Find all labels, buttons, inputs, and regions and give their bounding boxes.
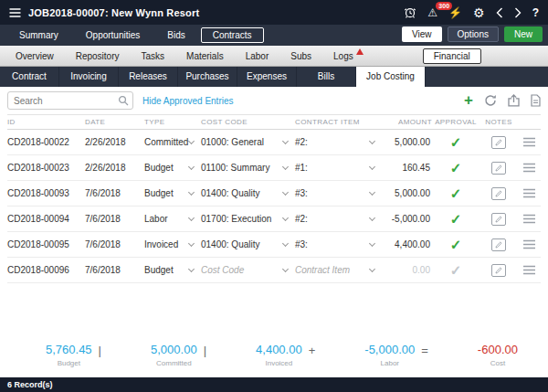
alerts-warning-icon[interactable]: ⚠ 300: [427, 7, 437, 18]
cost-code-dropdown[interactable]: 01400: Quality: [201, 232, 295, 257]
approval-check-icon[interactable]: ✓: [450, 262, 462, 278]
refresh-icon[interactable]: [484, 94, 497, 107]
financial-tab[interactable]: Expenses: [237, 67, 297, 87]
type-dropdown[interactable]: Invoiced: [144, 232, 201, 257]
approval-check-icon[interactable]: ✓: [450, 237, 462, 252]
summary-item: -5,000.00 Labor =: [364, 343, 428, 367]
contract-item-dropdown[interactable]: #3:: [295, 232, 382, 257]
type-dropdown[interactable]: Budget: [144, 181, 201, 206]
type-value: Labor: [144, 214, 168, 224]
main-tab[interactable]: Opportunities: [74, 27, 152, 43]
contract-item-dropdown[interactable]: Contract Item: [295, 258, 382, 282]
notes-icon[interactable]: [491, 213, 506, 226]
type-dropdown[interactable]: Labor: [144, 207, 201, 231]
chevron-down-icon: [282, 137, 289, 143]
col-type[interactable]: TYPE: [144, 118, 201, 126]
export-icon[interactable]: [508, 94, 520, 107]
cost-code-dropdown[interactable]: 01100: Summary: [201, 155, 295, 180]
row-amount: 160.45: [382, 163, 432, 173]
col-notes[interactable]: NOTES: [480, 118, 518, 126]
module-tab[interactable]: Logs: [322, 48, 364, 64]
cost-code-dropdown[interactable]: 01700: Execution: [201, 207, 295, 231]
menu-icon[interactable]: [9, 5, 21, 21]
chevron-down-icon: [282, 188, 289, 195]
type-dropdown[interactable]: Budget: [144, 155, 201, 180]
main-tab[interactable]: Summary: [7, 27, 70, 43]
table-row[interactable]: CD2018-00022 2/26/2018 Committed 01000: …: [7, 130, 541, 155]
row-id: CD2018-00096: [7, 265, 85, 275]
row-menu-icon[interactable]: [518, 239, 541, 250]
financial-tab[interactable]: Releases: [119, 67, 178, 87]
module-tab[interactable]: Subs: [279, 48, 322, 64]
col-cost-code[interactable]: COST CODE: [201, 118, 295, 126]
table-row[interactable]: CD2018-00023 2/26/2018 Budget 01100: Sum…: [7, 155, 541, 181]
module-tab[interactable]: Financial: [423, 48, 481, 64]
main-tab[interactable]: Bids: [155, 27, 196, 43]
approval-check-icon[interactable]: ✓: [450, 134, 462, 150]
chevron-right-icon[interactable]: [514, 7, 522, 18]
cost-code-dropdown[interactable]: 01400: Quality: [201, 181, 295, 206]
type-dropdown[interactable]: Committed: [144, 130, 201, 154]
contract-item-value: #3:: [295, 188, 308, 198]
table-row[interactable]: CD2018-00093 7/6/2018 Budget 01400: Qual…: [7, 181, 541, 207]
summary-value: 5,760.45: [46, 343, 92, 356]
notes-icon[interactable]: [491, 238, 506, 251]
module-tab[interactable]: Labor: [235, 48, 280, 64]
row-id: CD2018-00093: [7, 188, 85, 198]
approval-check-icon[interactable]: ✓: [450, 185, 462, 201]
contract-item-dropdown[interactable]: #1:: [295, 155, 382, 180]
financial-tab[interactable]: Purchases: [178, 67, 237, 87]
financial-tab[interactable]: Job Costing: [356, 67, 426, 87]
module-tab[interactable]: Repository: [65, 48, 131, 64]
contract-item-dropdown[interactable]: #3:: [295, 181, 382, 206]
row-amount: 4,400.00: [382, 239, 432, 249]
approval-check-icon[interactable]: ✓: [450, 160, 462, 175]
cost-code-dropdown[interactable]: 01000: General: [201, 130, 295, 154]
module-tab[interactable]: Materials: [175, 48, 235, 64]
contract-item-dropdown[interactable]: #2:: [295, 207, 382, 231]
search-input[interactable]: [7, 91, 133, 110]
col-id[interactable]: ID: [7, 118, 85, 126]
table-row[interactable]: CD2018-00095 7/6/2018 Invoiced 01400: Qu…: [7, 232, 541, 258]
chevron-left-icon[interactable]: [496, 7, 503, 18]
page-title: JOB2018-00007: New Wynn Resort: [28, 7, 199, 18]
add-entry-button[interactable]: +: [464, 94, 473, 107]
table-body: CD2018-00022 2/26/2018 Committed 01000: …: [7, 130, 541, 283]
notes-icon[interactable]: [491, 187, 506, 200]
financial-tab[interactable]: Contract: [0, 67, 59, 87]
gear-icon[interactable]: ⚙: [473, 6, 485, 19]
hide-approved-entries-link[interactable]: Hide Approved Entries: [142, 96, 234, 106]
row-menu-icon[interactable]: [518, 137, 541, 148]
help-icon[interactable]: ?: [532, 7, 539, 18]
report-icon[interactable]: [531, 94, 541, 107]
module-tab[interactable]: Overview: [5, 48, 65, 64]
row-menu-icon[interactable]: [518, 214, 541, 225]
notes-icon[interactable]: [491, 136, 506, 149]
view-button[interactable]: View: [402, 26, 442, 42]
col-date[interactable]: DATE: [85, 118, 144, 126]
main-tab[interactable]: Contracts: [201, 27, 264, 43]
row-menu-icon[interactable]: [518, 265, 541, 276]
module-tab[interactable]: Tasks: [131, 48, 176, 64]
table-row[interactable]: CD2018-00094 7/6/2018 Labor 01700: Execu…: [7, 207, 541, 232]
contract-item-dropdown[interactable]: #2:: [295, 130, 382, 154]
row-date: 7/6/2018: [85, 188, 144, 198]
type-dropdown[interactable]: Budget: [144, 258, 201, 282]
row-menu-icon[interactable]: [518, 188, 541, 199]
col-approval[interactable]: APPROVAL: [432, 118, 480, 126]
chevron-down-icon: [188, 163, 195, 169]
options-button[interactable]: Options: [448, 26, 499, 42]
approval-check-icon[interactable]: ✓: [450, 211, 462, 227]
financial-tab[interactable]: Bills: [297, 67, 356, 87]
new-button[interactable]: New: [504, 26, 543, 42]
notes-icon[interactable]: [491, 162, 506, 175]
col-amount[interactable]: AMOUNT: [382, 118, 432, 126]
alarm-icon[interactable]: [404, 6, 416, 18]
row-amount: 5,000.00: [382, 137, 432, 147]
financial-tab[interactable]: Invoicing: [59, 67, 119, 87]
notes-icon[interactable]: [491, 264, 506, 277]
cost-code-dropdown[interactable]: Cost Code: [201, 258, 295, 282]
row-menu-icon[interactable]: [518, 163, 541, 174]
table-row[interactable]: CD2018-00096 7/6/2018 Budget Cost Code C…: [7, 258, 541, 283]
col-contract-item[interactable]: CONTRACT ITEM: [295, 118, 382, 126]
